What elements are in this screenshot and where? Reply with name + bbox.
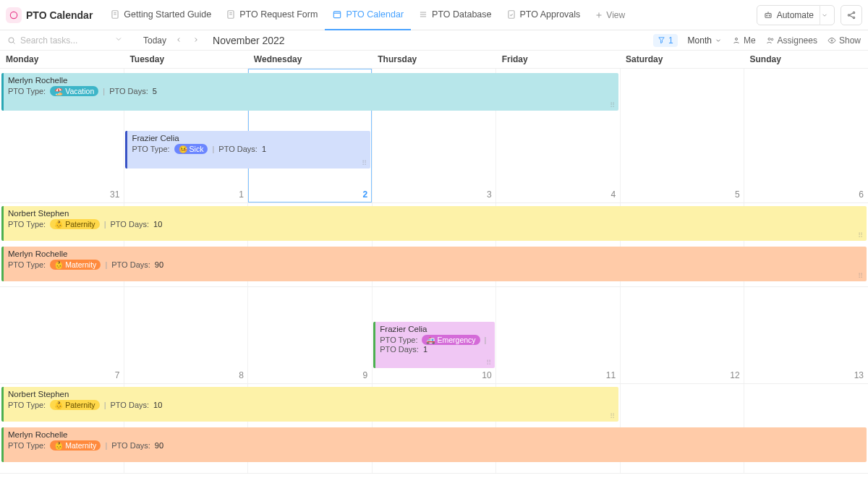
pto-days-label: PTO Days:	[111, 441, 150, 450]
pto-days-label: PTO Days:	[111, 260, 150, 269]
automate-label: Automate	[777, 10, 814, 20]
calendar-event[interactable]: Merlyn Rochelle PTO Type: 👶Maternity | P…	[1, 247, 867, 281]
tab-pto-calendar[interactable]: PTO Calendar	[325, 0, 411, 30]
event-name: Norbert Stephen	[8, 209, 862, 218]
automate-button[interactable]: Automate	[757, 5, 835, 25]
pto-type-label: PTO Type:	[132, 145, 169, 153]
view-mode-select[interactable]: Month	[688, 35, 722, 46]
tab-pto-database[interactable]: PTO Database	[411, 0, 498, 30]
calendar-event[interactable]: Norbert Stephen PTO Type: 👶Paternity | P…	[1, 387, 618, 422]
svg-point-28	[768, 38, 770, 40]
workspace-icon	[6, 7, 22, 23]
calendar-week: Merlyn Rochelle PTO Type: 🏖️Vacation | P…	[0, 69, 868, 203]
svg-point-21	[853, 17, 854, 18]
today-button[interactable]: Today	[143, 35, 166, 46]
calendar-icon	[332, 9, 342, 20]
svg-point-17	[769, 15, 770, 16]
svg-point-30	[831, 40, 833, 41]
vacation-icon: 🏖️	[54, 88, 63, 95]
svg-rect-12	[508, 10, 514, 18]
paternity-icon: 👶	[54, 401, 63, 409]
tab-pto-approvals[interactable]: PTO Approvals	[499, 0, 588, 30]
day-header: Tuesday	[124, 51, 247, 68]
pto-days-value: 1	[262, 145, 266, 153]
day-header: Sunday	[744, 51, 868, 68]
filter-icon	[658, 36, 665, 44]
svg-line-22	[850, 13, 854, 14]
event-name: Norbert Stephen	[8, 390, 614, 398]
me-filter[interactable]: Me	[732, 35, 756, 46]
resize-handle[interactable]	[858, 274, 864, 280]
show-menu[interactable]: Show	[827, 35, 861, 46]
resize-handle[interactable]	[362, 161, 367, 167]
event-name: Merlyn Rochelle	[8, 430, 862, 439]
month-title: November 2022	[213, 35, 285, 46]
pto-type-tag: 👶Paternity	[50, 400, 99, 410]
person-icon	[732, 36, 741, 45]
svg-line-25	[13, 42, 14, 43]
pto-days-value: 5	[153, 87, 157, 95]
calendar-week: Norbert Stephen PTO Type: 👶Paternity | P…	[0, 384, 868, 474]
chevron-down-icon[interactable]	[820, 5, 828, 25]
filter-count: 1	[668, 35, 673, 46]
resize-handle[interactable]	[610, 414, 616, 420]
share-button[interactable]	[841, 5, 862, 25]
svg-rect-7	[334, 11, 341, 17]
workspace-title: PTO Calendar	[26, 9, 93, 21]
day-header: Saturday	[620, 51, 744, 68]
day-number: 5	[735, 189, 740, 200]
calendar-event[interactable]: Merlyn Rochelle PTO Type: 👶Maternity | P…	[1, 427, 867, 462]
resize-handle[interactable]	[486, 361, 492, 367]
assignees-filter[interactable]: Assignees	[766, 35, 817, 46]
tabs-bar: PTO Calendar Getting Started Guide PTO R…	[0, 0, 868, 30]
calendar-event[interactable]: Merlyn Rochelle PTO Type: 🏖️Vacation | P…	[1, 73, 618, 111]
day-number: 12	[730, 370, 739, 380]
tab-getting-started[interactable]: Getting Started Guide	[103, 0, 218, 30]
resize-handle[interactable]	[610, 103, 616, 109]
day-header: Wednesday	[248, 51, 372, 68]
day-number: 10	[482, 370, 491, 380]
day-number: 7	[115, 370, 120, 380]
prev-month-button[interactable]	[174, 35, 184, 46]
pto-days-value: 10	[153, 401, 162, 409]
pto-days-value: 10	[153, 220, 162, 229]
assignees-label: Assignees	[778, 35, 817, 46]
pto-type-tag: 👶Paternity	[50, 219, 99, 229]
pto-days-value: 90	[155, 260, 163, 269]
tab-label: PTO Database	[432, 9, 491, 20]
day-number: 6	[859, 189, 864, 200]
svg-point-19	[848, 14, 849, 15]
tab-label: PTO Approvals	[520, 9, 581, 20]
search-input[interactable]	[20, 35, 107, 46]
day-number: 1	[239, 189, 244, 200]
calendar-event[interactable]: Frazier Celia PTO Type: 🤒Sick | PTO Days…	[125, 131, 370, 168]
next-month-button[interactable]	[191, 35, 201, 46]
pto-type-label: PTO Type:	[8, 260, 46, 269]
calendar-event[interactable]: Frazier Celia PTO Type: 🚑Emergency | PTO…	[373, 322, 494, 368]
pto-days-label: PTO Days:	[109, 87, 148, 95]
svg-point-16	[766, 15, 767, 16]
pto-type-tag: 🏖️Vacation	[50, 86, 98, 96]
pto-days-label: PTO Days:	[110, 401, 149, 409]
svg-marker-26	[659, 38, 664, 43]
day-header: Thursday	[372, 51, 495, 68]
calendar-event[interactable]: Norbert Stephen PTO Type: 👶Paternity | P…	[1, 206, 867, 241]
calendar-week: Norbert Stephen PTO Type: 👶Paternity | P…	[0, 203, 868, 287]
add-view-label: View	[606, 10, 625, 20]
pto-type-label: PTO Type:	[8, 87, 46, 95]
tab-label: PTO Request Form	[239, 9, 318, 20]
search-expand[interactable]	[114, 35, 123, 46]
calendar-body: Merlyn Rochelle PTO Type: 🏖️Vacation | P…	[0, 69, 868, 474]
event-name: Frazier Celia	[132, 134, 366, 142]
pto-type-label: PTO Type:	[8, 441, 46, 450]
filter-indicator[interactable]: 1	[653, 34, 678, 47]
share-icon	[846, 10, 856, 20]
add-view-button[interactable]: View	[587, 10, 632, 20]
tab-request-form[interactable]: PTO Request Form	[218, 0, 325, 30]
resize-handle[interactable]	[858, 234, 864, 239]
search-wrap	[7, 35, 107, 46]
maternity-icon: 👶	[54, 442, 63, 450]
day-header: Friday	[496, 51, 620, 68]
pto-type-tag: 👶Maternity	[50, 440, 101, 451]
pto-type-tag: 🚑Emergency	[422, 335, 480, 345]
